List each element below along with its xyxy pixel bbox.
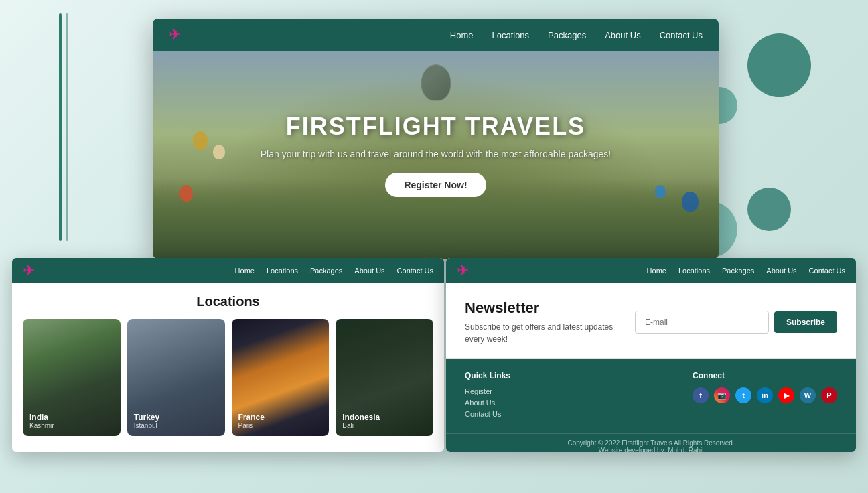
developed-by-text: Website developed by: Mohd. Rahil — [465, 447, 837, 452]
turkey-label: Turkey Istanbul — [134, 413, 159, 429]
balloon-sm4 — [655, 185, 666, 198]
indonesia-label: Indonesia Bali — [342, 413, 380, 429]
quick-link-about[interactable]: About Us — [465, 399, 510, 407]
bg-circle-large — [747, 33, 811, 97]
newsletter-navbar-links: Home Locations Packages About Us Contact… — [647, 267, 845, 275]
nl-nav-contact[interactable]: Contact Us — [809, 267, 845, 275]
connect-title: Connect — [693, 371, 837, 380]
hero-title: FIRSTFLIGHT TRAVELS — [261, 113, 611, 141]
quick-link-contact[interactable]: Contact Us — [465, 410, 510, 418]
quick-links-title: Quick Links — [465, 371, 510, 380]
nav-about[interactable]: About Us — [605, 30, 640, 40]
email-input[interactable] — [635, 311, 769, 334]
locations-navbar: ✈ Home Locations Packages About Us Conta… — [12, 258, 444, 283]
nl-nav-packages[interactable]: Packages — [722, 267, 754, 275]
locations-title: Locations — [23, 294, 433, 309]
quick-links: Quick Links Register About Us Contact Us — [465, 371, 510, 421]
newsletter-section: Newsletter Subscribe to get offers and l… — [446, 283, 856, 359]
balloon-main — [421, 64, 451, 101]
nav-home[interactable]: Home — [450, 30, 474, 40]
linkedin-icon[interactable]: in — [757, 387, 773, 403]
newsletter-navbar-logo: ✈ — [457, 262, 469, 279]
locations-grid: India Kashmir Turkey Istanbul France Par… — [23, 319, 433, 436]
newsletter-text: Newsletter Subscribe to get offers and l… — [465, 299, 626, 345]
indonesia-sub: Bali — [342, 422, 380, 429]
main-hero-screenshot: ✈ Home Locations Packages About Us Conta… — [153, 19, 719, 259]
loc-nav-about[interactable]: About Us — [354, 267, 384, 275]
main-navbar-links: Home Locations Packages About Us Contact… — [450, 30, 703, 40]
wordpress-icon[interactable]: W — [800, 387, 816, 403]
pinterest-icon[interactable]: P — [821, 387, 837, 403]
loc-nav-contact[interactable]: Contact Us — [397, 267, 433, 275]
balloon-sm5 — [682, 192, 699, 212]
india-name: India — [29, 413, 54, 422]
location-card-india[interactable]: India Kashmir — [23, 319, 121, 436]
twitter-icon[interactable]: t — [735, 387, 751, 403]
locations-navbar-logo: ✈ — [23, 262, 35, 279]
subscribe-button[interactable]: Subscribe — [774, 311, 837, 333]
quick-link-register[interactable]: Register — [465, 387, 510, 395]
nav-packages[interactable]: Packages — [548, 30, 586, 40]
plane-icon: ✈ — [169, 26, 181, 44]
hero-section: FIRSTFLIGHT TRAVELS Plan your trip with … — [153, 51, 719, 259]
balloon-sm3 — [179, 185, 193, 202]
bg-line-2 — [66, 13, 68, 241]
newsletter-title: Newsletter — [465, 299, 626, 317]
nl-nav-about[interactable]: About Us — [766, 267, 796, 275]
footer-section: Quick Links Register About Us Contact Us… — [446, 359, 856, 433]
main-navbar-logo: ✈ — [169, 26, 181, 44]
bg-line-1 — [59, 13, 62, 241]
location-card-turkey[interactable]: Turkey Istanbul — [127, 319, 225, 436]
main-navbar: ✈ Home Locations Packages About Us Conta… — [153, 19, 719, 51]
location-card-france[interactable]: France Paris — [232, 319, 330, 436]
footer-copyright: Copyright © 2022 Firstflight Travels All… — [446, 433, 856, 452]
france-label: France Paris — [238, 413, 265, 429]
france-sub: Paris — [238, 422, 265, 429]
india-label: India Kashmir — [29, 413, 54, 429]
loc-nav-locations[interactable]: Locations — [267, 267, 298, 275]
turkey-sub: Istanbul — [134, 422, 159, 429]
instagram-icon[interactable]: 📷 — [714, 387, 730, 403]
newsletter-description: Subscribe to get offers and latest updat… — [465, 321, 626, 345]
bg-circle-medium2 — [747, 188, 791, 231]
newsletter-navbar: ✈ Home Locations Packages About Us Conta… — [446, 258, 856, 283]
india-sub: Kashmir — [29, 422, 54, 429]
newsletter-screenshot: ✈ Home Locations Packages About Us Conta… — [446, 258, 856, 452]
balloon-sm2 — [213, 145, 225, 159]
plane-icon-2: ✈ — [23, 262, 35, 279]
hero-text: FIRSTFLIGHT TRAVELS Plan your trip with … — [261, 113, 611, 197]
locations-navbar-links: Home Locations Packages About Us Contact… — [235, 267, 433, 275]
register-now-button[interactable]: Register Now! — [385, 173, 486, 197]
turkey-name: Turkey — [134, 413, 159, 422]
newsletter-form: Subscribe — [635, 311, 837, 334]
indonesia-name: Indonesia — [342, 413, 380, 422]
locations-screenshot: ✈ Home Locations Packages About Us Conta… — [12, 258, 444, 452]
nav-locations[interactable]: Locations — [492, 30, 529, 40]
social-icons: f 📷 t in ▶ W P — [693, 387, 837, 403]
facebook-icon[interactable]: f — [693, 387, 709, 403]
connect-section: Connect f 📷 t in ▶ W P — [693, 371, 837, 421]
plane-icon-3: ✈ — [457, 262, 469, 279]
location-card-indonesia[interactable]: Indonesia Bali — [336, 319, 433, 436]
balloon-sm1 — [193, 131, 208, 150]
nav-contact[interactable]: Contact Us — [660, 30, 703, 40]
france-name: France — [238, 413, 265, 422]
hero-subtitle: Plan your trip with us and travel around… — [261, 149, 611, 159]
locations-content: Locations India Kashmir Turkey Istanbul — [12, 283, 444, 444]
loc-nav-packages[interactable]: Packages — [310, 267, 342, 275]
loc-nav-home[interactable]: Home — [235, 267, 255, 275]
nl-nav-home[interactable]: Home — [647, 267, 666, 275]
nl-nav-locations[interactable]: Locations — [678, 267, 710, 275]
youtube-icon[interactable]: ▶ — [778, 387, 794, 403]
copyright-text: Copyright © 2022 Firstflight Travels All… — [465, 439, 837, 447]
